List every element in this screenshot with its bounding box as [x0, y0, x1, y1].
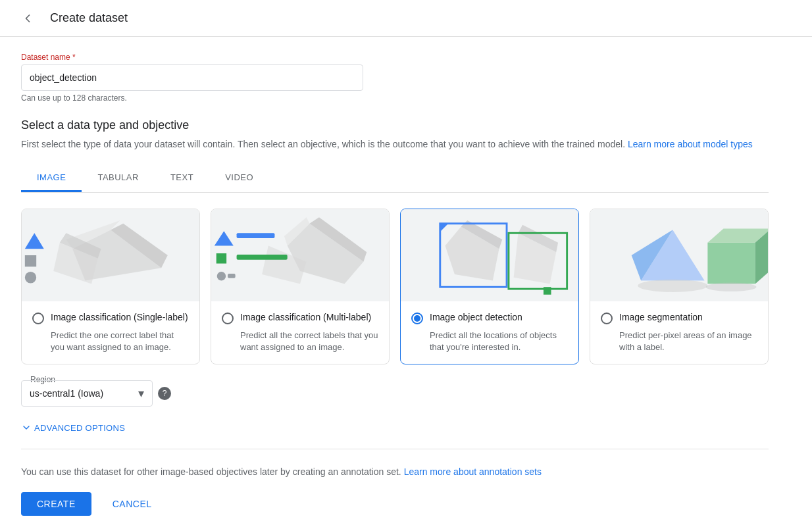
back-button[interactable]: [16, 7, 39, 30]
region-wrapper: us-central1 (Iowa) us-east1 us-west1 eur…: [21, 380, 769, 407]
dataset-name-input[interactable]: [21, 64, 363, 91]
region-select-container[interactable]: us-central1 (Iowa) us-east1 us-west1 eur…: [21, 380, 153, 407]
radio-segmentation[interactable]: [601, 312, 613, 324]
svg-rect-25: [544, 287, 551, 295]
svg-rect-13: [237, 233, 275, 238]
required-asterisk: *: [70, 53, 76, 62]
tab-video[interactable]: VIDEO: [209, 164, 269, 192]
card-segmentation-title: Image segmentation: [619, 312, 703, 322]
divider: [21, 449, 769, 449]
card-segmentation[interactable]: Image segmentation Predict per-pixel are…: [590, 209, 769, 364]
cancel-button[interactable]: CANCEL: [97, 492, 168, 516]
svg-marker-12: [215, 231, 234, 245]
learn-more-annotation-sets-link[interactable]: Learn more about annotation sets: [404, 466, 542, 477]
svg-point-32: [706, 282, 757, 291]
radio-single-label[interactable]: [32, 312, 44, 324]
dataset-name-hint: Can use up to 128 characters.: [21, 93, 769, 103]
svg-rect-17: [228, 274, 236, 278]
radio-object-detection[interactable]: [411, 312, 423, 324]
card-single-label-option: Image classification (Single-label): [32, 312, 189, 324]
svg-rect-15: [237, 255, 288, 260]
svg-marker-21: [440, 224, 449, 232]
tab-text[interactable]: TEXT: [155, 164, 209, 192]
card-object-detection-title: Image object detection: [430, 312, 522, 322]
card-multi-label-body: Image classification (Multi-label) Predi…: [211, 301, 389, 364]
card-single-label-image: [22, 209, 199, 301]
card-object-detection-desc: Predict all the locations of objects tha…: [430, 330, 568, 353]
card-multi-label[interactable]: Image classification (Multi-label) Predi…: [211, 209, 390, 364]
region-group: Region us-central1 (Iowa) us-east1 us-we…: [21, 380, 769, 407]
dataset-name-label: Dataset name *: [21, 53, 769, 62]
svg-point-16: [217, 272, 226, 281]
objective-cards-grid: Image classification (Single-label) Pred…: [21, 209, 769, 364]
svg-point-7: [25, 272, 36, 283]
card-single-label-body: Image classification (Single-label) Pred…: [22, 301, 199, 364]
card-object-detection-body: Image object detection Predict all the l…: [401, 301, 578, 364]
chevron-down-icon: [21, 422, 32, 433]
region-help-icon[interactable]: ?: [158, 387, 171, 400]
card-single-label-desc: Predict the one correct label that you w…: [51, 330, 189, 353]
svg-rect-29: [707, 243, 755, 284]
tab-image[interactable]: IMAGE: [21, 164, 82, 192]
card-multi-label-title: Image classification (Multi-label): [240, 312, 371, 322]
action-buttons: CREATE CANCEL: [21, 492, 769, 516]
data-type-tabs: IMAGE TABULAR TEXT VIDEO: [21, 164, 769, 193]
card-segmentation-image: [590, 209, 768, 301]
footer-note: You can use this dataset for other image…: [21, 465, 769, 479]
svg-marker-5: [25, 233, 44, 249]
card-multi-label-image: [211, 209, 389, 301]
svg-point-28: [638, 280, 707, 292]
card-single-label-title: Image classification (Single-label): [51, 312, 188, 322]
card-multi-label-desc: Predict all the correct labels that you …: [240, 330, 378, 353]
svg-rect-14: [216, 253, 226, 263]
card-segmentation-option: Image segmentation: [601, 312, 757, 324]
tab-tabular[interactable]: TABULAR: [82, 164, 155, 192]
section-description: First select the type of data your datas…: [21, 138, 769, 151]
card-object-detection-option: Image object detection: [411, 312, 568, 324]
card-object-detection[interactable]: Image object detection Predict all the l…: [400, 209, 579, 364]
region-select[interactable]: us-central1 (Iowa) us-east1 us-west1 eur…: [30, 388, 135, 399]
page-title: Create dataset: [50, 11, 128, 25]
create-button[interactable]: CREATE: [21, 492, 91, 516]
header: Create dataset: [0, 0, 812, 37]
main-content: Dataset name * Can use up to 128 charact…: [0, 37, 790, 525]
svg-rect-6: [25, 255, 36, 266]
card-segmentation-desc: Predict per-pixel areas of an image with…: [619, 330, 757, 353]
card-single-label[interactable]: Image classification (Single-label) Pred…: [21, 209, 200, 364]
learn-more-model-types-link[interactable]: Learn more about model types: [628, 139, 753, 149]
card-multi-label-option: Image classification (Multi-label): [222, 312, 378, 324]
dataset-name-group: Dataset name * Can use up to 128 charact…: [21, 53, 769, 103]
card-object-detection-image: [401, 209, 578, 301]
section-heading: Select a data type and objective: [21, 118, 769, 132]
card-segmentation-body: Image segmentation Predict per-pixel are…: [590, 301, 768, 364]
advanced-options-toggle[interactable]: ADVANCED OPTIONS: [21, 422, 769, 433]
radio-inner-selected: [414, 315, 420, 322]
dropdown-arrow-icon: ▾: [138, 386, 144, 401]
radio-multi-label[interactable]: [222, 312, 234, 324]
